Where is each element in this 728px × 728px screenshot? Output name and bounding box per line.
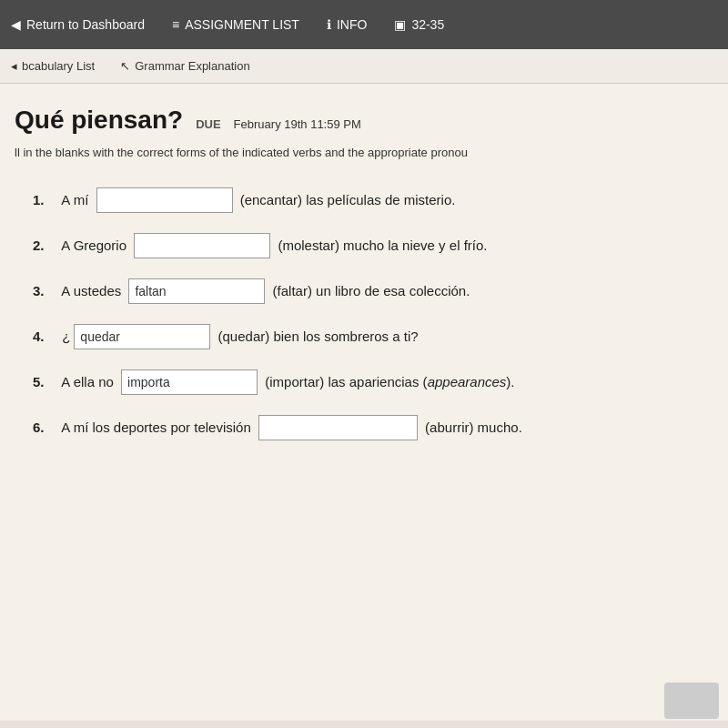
question-prefix: A ustedes <box>58 283 125 298</box>
question-number: 6. <box>33 420 58 435</box>
question-suffix: (encantar) las películas de misterio. <box>237 192 456 207</box>
assignment-title: Qué piensan? <box>15 106 183 135</box>
answer-input-1[interactable] <box>96 187 233 213</box>
return-label: Return to Dashboard <box>26 17 145 32</box>
vocabulary-list-nav[interactable]: ◂ bcabulary List <box>11 59 95 73</box>
questions-container: 1. A mí (encantar) las películas de mist… <box>15 187 710 440</box>
question-row: 4. ¿ (quedar) bien los sombreros a ti? <box>33 324 710 349</box>
question-prefix: ¿ <box>58 329 70 344</box>
answer-input-2[interactable] <box>134 233 270 258</box>
question-number: 5. <box>33 374 58 389</box>
info-nav[interactable]: ℹ INFO <box>327 17 367 32</box>
question-suffix: (faltar) un libro de esa colección. <box>268 283 470 298</box>
grammar-icon: ↖ <box>120 59 130 73</box>
question-suffix: (quedar) bien los sombreros a ti? <box>214 329 418 344</box>
question-number: 1. <box>33 192 58 207</box>
question-prefix: A mí <box>58 192 93 207</box>
vocabulary-label: bcabulary List <box>22 59 95 73</box>
assignment-list-icon: ≡ <box>172 17 179 32</box>
question-row: 6. A mí los deportes por televisión (abu… <box>33 415 710 440</box>
question-number: 3. <box>33 283 58 298</box>
question-row: 5. A ella no (importar) las apariencias … <box>33 369 710 395</box>
assignment-list-label: ASSIGNMENT LIST <box>185 17 299 32</box>
main-content: Qué piensan? DUE February 19th 11:59 PM … <box>0 84 728 721</box>
answer-input-5[interactable] <box>121 369 258 395</box>
question-number: 2. <box>33 238 58 253</box>
due-label: DUE <box>196 117 220 131</box>
question-row: 3. A ustedes (faltar) un libro de esa co… <box>33 278 710 304</box>
info-label: INFO <box>337 17 367 32</box>
question-number: 4. <box>33 329 58 344</box>
question-suffix: (aburrir) mucho. <box>421 420 522 435</box>
info-icon: ℹ <box>327 17 331 32</box>
instructions-text: ll in the blanks with the correct forms … <box>15 144 710 162</box>
question-suffix: (importar) las apariencias (appearances)… <box>261 374 514 389</box>
question-suffix: (molestar) mucho la nieve y el frío. <box>274 238 487 253</box>
question-row: 2. A Gregorio (molestar) mucho la nieve … <box>33 233 710 258</box>
question-prefix: A mí los deportes por televisión <box>58 420 255 435</box>
due-date: February 19th 11:59 PM <box>234 117 361 131</box>
pages-icon: ▣ <box>394 17 406 32</box>
grammar-explanation-nav[interactable]: ↖ Grammar Explanation <box>120 59 249 73</box>
return-to-dashboard[interactable]: ◀ Return to Dashboard <box>11 17 145 32</box>
secondary-nav: ◂ bcabulary List ↖ Grammar Explanation <box>0 49 728 84</box>
answer-input-4[interactable] <box>74 324 210 349</box>
assignment-title-row: Qué piensan? DUE February 19th 11:59 PM <box>15 106 710 135</box>
pages-nav[interactable]: ▣ 32-35 <box>394 17 444 32</box>
question-prefix: A Gregorio <box>58 238 130 253</box>
bottom-right-decoration <box>664 682 719 719</box>
answer-input-3[interactable] <box>128 278 265 304</box>
question-prefix: A ella no <box>58 374 117 389</box>
return-icon: ◀ <box>11 17 21 32</box>
question-row: 1. A mí (encantar) las películas de mist… <box>33 187 710 213</box>
top-nav: ◀ Return to Dashboard ≡ ASSIGNMENT LIST … <box>0 0 728 49</box>
vocabulary-icon: ◂ <box>11 59 17 73</box>
assignment-list-nav[interactable]: ≡ ASSIGNMENT LIST <box>172 17 299 32</box>
pages-label: 32-35 <box>411 17 444 32</box>
answer-input-6[interactable] <box>258 415 418 440</box>
grammar-label: Grammar Explanation <box>135 59 249 73</box>
